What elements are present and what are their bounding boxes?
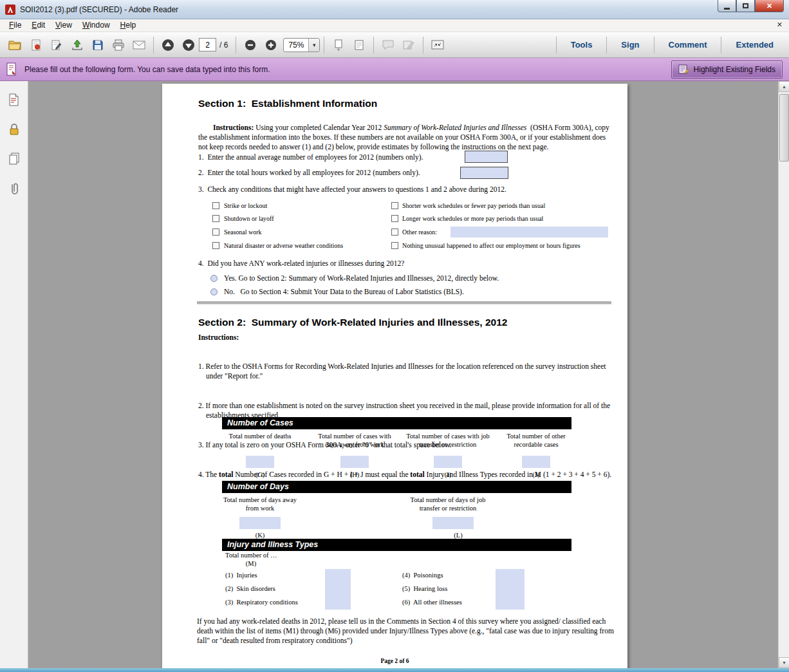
scroll-up-button[interactable]: ▲ <box>779 81 789 92</box>
menubar-close-icon[interactable]: ✕ <box>777 21 783 29</box>
save-button[interactable] <box>88 35 107 55</box>
respiratory-conditions-input[interactable] <box>325 596 351 610</box>
zoom-in-button[interactable] <box>261 35 281 55</box>
fill-sign-button[interactable] <box>47 35 66 55</box>
cases-job-transfer-input[interactable] <box>434 456 462 468</box>
hearing-loss-input[interactable] <box>496 583 524 596</box>
natural-disaster-label: Natural disaster or adverse weather cond… <box>224 241 343 250</box>
send-file-icon <box>71 39 84 51</box>
fullscreen-button[interactable] <box>428 35 447 55</box>
yes-option-label: Yes. Go to Section 2: Summary of Work-Re… <box>224 274 499 283</box>
label-i: (I) <box>434 471 462 478</box>
open-button[interactable] <box>6 35 25 55</box>
comment-bubble-icon <box>382 39 394 51</box>
other-reason-input[interactable] <box>450 227 608 238</box>
comment-pane-button[interactable]: Comment <box>658 36 718 53</box>
previous-page-button[interactable] <box>158 35 178 55</box>
close-icon: ✕ <box>766 2 772 10</box>
create-pdf-button[interactable] <box>26 35 46 55</box>
yes-radio[interactable] <box>210 275 218 282</box>
menu-window[interactable]: Window <box>77 20 115 31</box>
toolbar-separator <box>721 37 721 53</box>
markup-pencil-icon <box>402 39 415 51</box>
question4-label: 4. Did you have ANY work-related injurie… <box>198 259 404 268</box>
zoom-level-value: 75% <box>284 41 308 50</box>
email-button[interactable] <box>129 35 149 55</box>
tools-pane-button[interactable]: Tools <box>561 36 603 53</box>
zoom-level-select[interactable]: 75% ▾ <box>283 38 320 52</box>
injury-illness-types-header: Injury and Illness Types <box>222 539 571 551</box>
page-number-input[interactable] <box>199 38 216 51</box>
deaths-comment-note: If you had any work-related deaths in 20… <box>197 617 615 646</box>
days-away-input[interactable] <box>239 517 281 529</box>
print-button[interactable] <box>109 35 128 55</box>
longer-schedules-label: Longer work schedules or more pay period… <box>402 214 543 223</box>
question1-label: 1. Enter the annual average number of em… <box>198 153 423 162</box>
poisonings-input[interactable] <box>496 569 524 583</box>
section1-instructions-label: Instructions: <box>213 124 254 131</box>
menu-file[interactable]: File <box>4 20 26 31</box>
days-job-transfer-input[interactable] <box>432 517 474 529</box>
shutdown-layoff-checkbox[interactable] <box>212 215 219 222</box>
page-thumbnails-icon <box>8 93 21 107</box>
employees-input[interactable] <box>465 151 508 163</box>
question3-label: 3. Check any conditions that might have … <box>198 185 506 194</box>
total-number-of-label: Total number of … <box>225 552 277 559</box>
longer-schedules-checkbox[interactable] <box>391 215 398 222</box>
extended-pane-button[interactable]: Extended <box>725 36 784 53</box>
window-controls: ✕ <box>718 0 784 12</box>
natural-disaster-checkbox[interactable] <box>212 242 219 249</box>
scroll-up-icon: ▲ <box>782 84 786 89</box>
single-page-button[interactable] <box>349 35 369 55</box>
pages-icon <box>8 153 21 165</box>
next-page-icon <box>181 38 196 52</box>
cases-days-away-input[interactable] <box>340 456 369 468</box>
scrollbar-thumb[interactable] <box>779 94 789 162</box>
title-bar: SOII2012 (3).pdf (SECURED) - Adobe Reade… <box>0 0 789 19</box>
markup-tools-button[interactable] <box>399 35 418 55</box>
injuries-input[interactable] <box>325 569 351 583</box>
comment-tools-button[interactable] <box>378 35 398 55</box>
label-g: (G) <box>246 471 274 478</box>
shorter-schedules-checkbox[interactable] <box>391 202 398 209</box>
adobe-reader-icon <box>5 5 15 15</box>
all-other-illnesses-input[interactable] <box>496 596 524 610</box>
deaths-column-header: Total number of deaths <box>218 432 302 440</box>
highlight-existing-fields-label: Highlight Existing Fields <box>694 65 775 74</box>
total-deaths-input[interactable] <box>246 456 274 468</box>
other-recordable-cases-input[interactable] <box>522 456 550 468</box>
send-file-button[interactable] <box>68 35 87 55</box>
instruction4-bold2: total <box>410 471 424 478</box>
section1-instructions-italic: Summary of Work-Related Injuries and Ill… <box>384 124 526 131</box>
security-settings-button[interactable] <box>5 121 23 138</box>
toolbar: / 6 75% ▾ <box>0 32 789 58</box>
zoom-out-button[interactable] <box>241 35 260 55</box>
menu-view[interactable]: View <box>50 20 77 31</box>
maximize-button[interactable] <box>736 0 755 12</box>
scroll-down-button[interactable]: ▼ <box>779 657 789 668</box>
attachments-button[interactable] <box>5 180 23 197</box>
strike-lockout-checkbox[interactable] <box>212 202 219 209</box>
menu-help[interactable]: Help <box>115 20 142 31</box>
zoom-out-icon <box>244 39 257 51</box>
other-reason-checkbox[interactable] <box>391 229 398 236</box>
next-page-button[interactable] <box>179 35 198 55</box>
document-viewport[interactable]: Section 1: Establishment Information Ins… <box>28 81 778 668</box>
sign-pane-button[interactable]: Sign <box>611 36 649 53</box>
nothing-unusual-checkbox[interactable] <box>391 242 398 249</box>
skin-disorders-input[interactable] <box>325 583 351 596</box>
seasonal-work-checkbox[interactable] <box>212 229 219 236</box>
total-hours-input[interactable] <box>460 167 508 179</box>
instruction4-part1: 4. The <box>198 471 219 478</box>
scroll-mode-button[interactable] <box>329 35 348 55</box>
close-button[interactable]: ✕ <box>755 0 784 12</box>
highlight-existing-fields-button[interactable]: Highlight Existing Fields <box>671 61 783 79</box>
other-recordable-column-header: Total number of other recordable cases <box>494 432 578 449</box>
pages-button[interactable] <box>5 151 23 167</box>
zoom-dropdown-icon[interactable]: ▾ <box>308 38 319 52</box>
page-thumbnails-button[interactable] <box>5 91 23 108</box>
vertical-scrollbar[interactable]: ▲ ▼ <box>778 81 789 668</box>
menu-edit[interactable]: Edit <box>26 20 50 31</box>
no-radio[interactable] <box>210 288 218 295</box>
minimize-button[interactable] <box>718 0 736 12</box>
